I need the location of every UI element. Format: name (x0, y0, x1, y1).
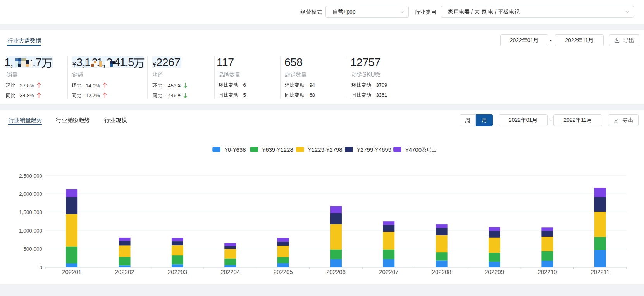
svg-text:202211: 202211 (591, 269, 610, 275)
svg-text:2,000,000: 2,000,000 (19, 191, 42, 197)
svg-text:202207: 202207 (379, 269, 398, 275)
svg-text:1,500,000: 1,500,000 (19, 209, 42, 215)
svg-text:¥4700: ¥4700 (405, 146, 422, 153)
svg-text:¥0-¥638: ¥0-¥638 (224, 146, 246, 153)
svg-text:202202: 202202 (115, 269, 134, 275)
svg-text:500,000: 500,000 (23, 246, 42, 252)
svg-text:202203: 202203 (168, 269, 187, 275)
svg-text:¥1229-¥2798: ¥1229-¥2798 (308, 146, 342, 153)
svg-text:1,000,000: 1,000,000 (19, 228, 42, 234)
svg-text:202204: 202204 (220, 269, 240, 275)
svg-text:¥2799-¥4699: ¥2799-¥4699 (357, 146, 391, 153)
svg-text:202205: 202205 (274, 269, 293, 275)
svg-text:2,500,000: 2,500,000 (19, 173, 42, 179)
svg-text:¥639-¥1228: ¥639-¥1228 (262, 146, 293, 153)
svg-text:202206: 202206 (326, 269, 346, 275)
svg-text:202209: 202209 (485, 269, 504, 275)
svg-text:202210: 202210 (537, 269, 557, 275)
svg-text:202208: 202208 (432, 269, 451, 275)
svg-text:0: 0 (39, 265, 42, 270)
svg-text:202201: 202201 (62, 269, 81, 275)
